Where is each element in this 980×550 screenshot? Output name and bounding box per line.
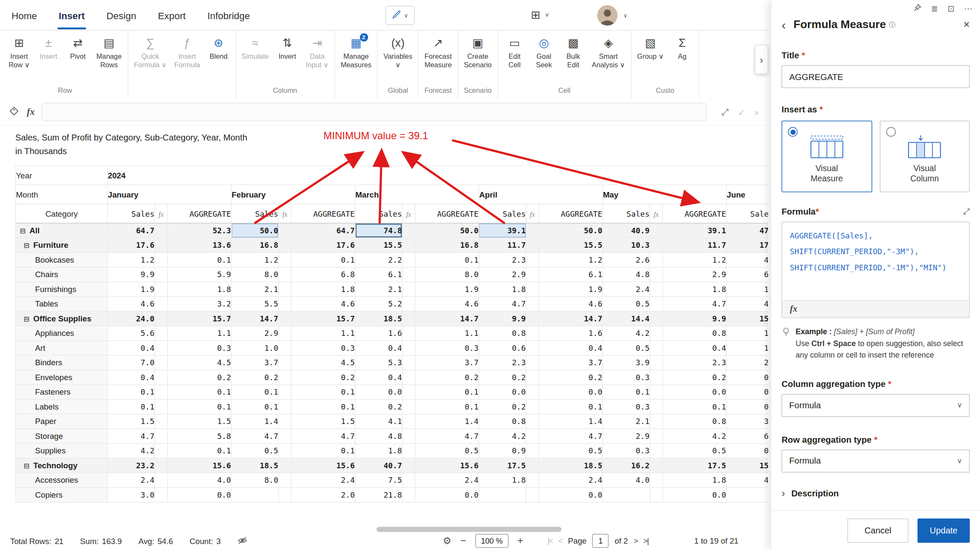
- row-label[interactable]: Envelopes: [16, 370, 108, 385]
- table-cell[interactable]: 23.2: [108, 458, 155, 473]
- list-icon[interactable]: ≣: [931, 4, 938, 14]
- table-cell[interactable]: 5.2: [355, 297, 402, 312]
- table-cell[interactable]: 0.0: [663, 385, 726, 400]
- table-cell[interactable]: 0.0: [539, 385, 603, 400]
- formula-editor[interactable]: AGGREGATE([Sales], SHIFT(CURRENT_PERIOD,…: [782, 222, 970, 318]
- ribbon-button-bulk-edit[interactable]: ▩BulkEdit: [558, 31, 588, 69]
- table-cell[interactable]: 13.6: [168, 238, 231, 253]
- table-cell[interactable]: 2.9: [603, 429, 650, 444]
- table-cell[interactable]: 1.0: [231, 341, 279, 355]
- table-cell[interactable]: 14.7: [539, 311, 603, 326]
- page-input[interactable]: [593, 534, 609, 548]
- ribbon-button-manage-rows[interactable]: ▤ManageRows: [93, 31, 126, 69]
- next-page-button[interactable]: >: [634, 536, 638, 545]
- table-cell[interactable]: 0.1: [168, 444, 231, 458]
- table-cell[interactable]: 0.3: [603, 444, 650, 458]
- row-label[interactable]: Binders: [16, 355, 108, 370]
- table-cell[interactable]: 6.8: [291, 267, 355, 282]
- table-cell[interactable]: 1.8: [168, 282, 231, 297]
- formula-input[interactable]: [41, 103, 707, 122]
- table-cell[interactable]: 8.0: [415, 267, 479, 282]
- table-cell[interactable]: 0.0: [663, 487, 726, 502]
- table-cell[interactable]: 0.2: [663, 370, 726, 385]
- table-cell[interactable]: 2.0: [291, 487, 355, 502]
- table-cell[interactable]: 0.0: [415, 487, 479, 502]
- collapse-toggle-icon[interactable]: ⊟: [24, 462, 30, 470]
- table-cell[interactable]: 0.0: [539, 487, 603, 502]
- table-cell[interactable]: 6.1: [539, 267, 603, 282]
- prev-page-button[interactable]: <: [558, 536, 562, 545]
- discard-icon[interactable]: ×: [754, 107, 759, 117]
- ribbon-button-smart-analysis[interactable]: ◈SmartAnalysis ∨: [588, 31, 629, 69]
- table-cell[interactable]: 2.3: [479, 355, 526, 370]
- highlighted-cell[interactable]: 74.8: [355, 223, 402, 238]
- row-label[interactable]: Chairs: [16, 267, 108, 282]
- table-cell[interactable]: 2.1: [355, 282, 402, 297]
- row-label[interactable]: ⊟Technology: [16, 458, 108, 473]
- close-panel-icon[interactable]: ×: [963, 18, 970, 31]
- ribbon-button-goal-seek[interactable]: ◎GoalSeek: [529, 31, 558, 69]
- table-cell[interactable]: 0.: [726, 370, 768, 385]
- eye-off-icon[interactable]: [237, 536, 248, 547]
- table-cell[interactable]: 15.6: [291, 458, 355, 473]
- measure-title-input[interactable]: [782, 65, 970, 88]
- table-cell[interactable]: 64.7: [291, 223, 355, 238]
- row-label[interactable]: Paper: [16, 414, 108, 429]
- table-cell[interactable]: 0.1: [291, 252, 355, 267]
- table-cell[interactable]: 0.1: [291, 385, 355, 400]
- table-cell[interactable]: 15.7: [291, 311, 355, 326]
- table-cell[interactable]: 2.4: [291, 473, 355, 488]
- table-cell[interactable]: 11.7: [663, 238, 726, 253]
- pin-icon[interactable]: [914, 4, 921, 14]
- table-cell[interactable]: 4.2: [663, 429, 726, 444]
- table-cell[interactable]: 40.7: [355, 458, 402, 473]
- more-icon[interactable]: ⋯: [964, 4, 973, 14]
- table-cell[interactable]: 1.: [726, 341, 768, 355]
- table-cell[interactable]: 1.1: [291, 326, 355, 341]
- table-cell[interactable]: 18.5: [231, 458, 279, 473]
- table-cell[interactable]: 1.8: [479, 282, 526, 297]
- table-cell[interactable]: 2.4: [415, 473, 479, 488]
- table-cell[interactable]: 1.8: [479, 473, 526, 488]
- tab-export[interactable]: Export: [158, 0, 185, 31]
- table-cell[interactable]: 7.0: [108, 355, 155, 370]
- table-cell[interactable]: 14.7: [415, 311, 479, 326]
- table-cell[interactable]: 1.6: [539, 326, 603, 341]
- formula-code[interactable]: AGGREGATE([Sales], SHIFT(CURRENT_PERIOD,…: [782, 222, 969, 300]
- table-cell[interactable]: 0.4: [355, 370, 402, 385]
- table-cell[interactable]: 0.2: [355, 399, 402, 414]
- table-cell[interactable]: 2.4: [108, 473, 155, 488]
- table-cell[interactable]: 39.1: [663, 223, 726, 238]
- table-cell[interactable]: 1.4: [231, 414, 279, 429]
- table-cell[interactable]: 9.9: [663, 311, 726, 326]
- table-cell[interactable]: 4.7: [663, 297, 726, 312]
- back-icon[interactable]: ‹: [782, 18, 786, 31]
- table-cell[interactable]: 15.7: [168, 311, 231, 326]
- ribbon-button-forecast-measure[interactable]: ↗ForecastMeasure: [421, 31, 456, 69]
- table-cell[interactable]: 0.2: [168, 370, 231, 385]
- table-cell[interactable]: 0.1: [231, 399, 279, 414]
- table-cell[interactable]: 0.2: [415, 370, 479, 385]
- table-cell[interactable]: 0.2: [479, 399, 526, 414]
- description-expander[interactable]: › Description: [782, 487, 970, 499]
- row-label[interactable]: ⊟All: [16, 223, 108, 238]
- table-cell[interactable]: 4.5: [291, 355, 355, 370]
- table-cell[interactable]: 0.1: [168, 385, 231, 400]
- table-cell[interactable]: 1.5: [168, 414, 231, 429]
- table-cell[interactable]: 5.5: [231, 297, 279, 312]
- table-cell[interactable]: 0.1: [291, 444, 355, 458]
- row-label[interactable]: Labels: [16, 399, 108, 414]
- ribbon-button-blend[interactable]: ⊛Blend: [204, 31, 233, 61]
- table-cell[interactable]: 1.9: [539, 282, 603, 297]
- ribbon-button-quick-formula[interactable]: ∑QuickFormula ∨: [130, 31, 171, 69]
- row-label[interactable]: Storage: [16, 429, 108, 444]
- table-cell[interactable]: 0.2: [539, 370, 603, 385]
- table-cell[interactable]: 0.0: [479, 385, 526, 400]
- table-cell[interactable]: 0.1: [231, 385, 279, 400]
- table-cell[interactable]: 17.6: [291, 238, 355, 253]
- table-cell[interactable]: 5.3: [355, 355, 402, 370]
- table-cell[interactable]: 0.8: [479, 414, 526, 429]
- table-cell[interactable]: 1.6: [355, 326, 402, 341]
- row-label[interactable]: Furnishings: [16, 282, 108, 297]
- table-cell[interactable]: 0.1: [168, 399, 231, 414]
